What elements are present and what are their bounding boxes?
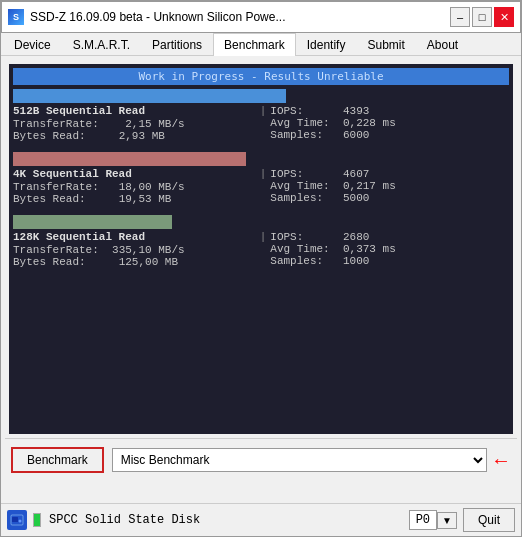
tab-submit[interactable]: Submit	[356, 33, 415, 56]
port-dropdown-arrow[interactable]: ▼	[437, 512, 457, 529]
window-title: SSD-Z 16.09.09 beta - Unknown Silicon Po…	[30, 10, 285, 24]
disk-icon	[7, 510, 27, 530]
minimize-button[interactable]: –	[450, 7, 470, 27]
bench-128k-bar	[13, 215, 172, 229]
bench-4k-label: 4K Sequential Read	[13, 168, 252, 180]
tab-device[interactable]: Device	[3, 33, 62, 56]
bench-512b-avgtime: Avg Time: 0,228 ms	[270, 117, 509, 129]
bench-512b-samples: Samples: 6000	[270, 129, 509, 141]
bench-128k-iops: IOPS: 2680	[270, 231, 509, 243]
bench-512b-bytes: Bytes Read: 2,93 MB	[13, 130, 252, 142]
bench-4k-section: 4K Sequential Read TransferRate: 18,00 M…	[13, 152, 509, 211]
menu-bar: Device S.M.A.R.T. Partitions Benchmark I…	[1, 33, 521, 56]
bench-512b-iops: IOPS: 4393	[270, 105, 509, 117]
svg-point-2	[19, 520, 22, 523]
bench-512b-label: 512B Sequential Read	[13, 105, 252, 117]
tab-benchmark[interactable]: Benchmark	[213, 33, 296, 56]
tab-identify[interactable]: Identify	[296, 33, 357, 56]
bench-128k-label: 128K Sequential Read	[13, 231, 252, 243]
bench-4k-iops: IOPS: 4607	[270, 168, 509, 180]
bench-512b-bar	[13, 89, 286, 103]
app-icon: S	[8, 9, 24, 25]
disk-activity-bar	[33, 513, 41, 527]
bench-128k-avgtime: Avg Time: 0,373 ms	[270, 243, 509, 255]
bench-4k-samples: Samples: 5000	[270, 192, 509, 204]
bench-128k-info: 128K Sequential Read TransferRate: 335,1…	[13, 231, 509, 268]
bench-128k-section: 128K Sequential Read TransferRate: 335,1…	[13, 215, 509, 274]
status-bar-bottom: SPCC Solid State Disk P0 ▼ Quit	[1, 503, 521, 536]
bench-4k-bar	[13, 152, 246, 166]
app-window: S SSD-Z 16.09.09 beta - Unknown Silicon …	[0, 0, 522, 537]
arrow-icon: ←	[491, 449, 511, 472]
close-button[interactable]: ✕	[494, 7, 514, 27]
title-bar-left: S SSD-Z 16.09.09 beta - Unknown Silicon …	[8, 9, 285, 25]
port-value: P0	[409, 510, 437, 530]
bench-128k-bytes: Bytes Read: 125,00 MB	[13, 256, 252, 268]
bench-512b-rate: TransferRate: 2,15 MB/s	[13, 118, 252, 130]
svg-rect-1	[12, 517, 18, 522]
bottom-controls: Benchmark Misc Benchmark Sequential Read…	[5, 438, 517, 481]
disk-label: SPCC Solid State Disk	[49, 513, 403, 527]
benchmark-button[interactable]: Benchmark	[11, 447, 104, 473]
port-selector: P0 ▼	[409, 510, 457, 530]
bench-512b-info: 512B Sequential Read TransferRate: 2,15 …	[13, 105, 509, 142]
quit-button[interactable]: Quit	[463, 508, 515, 532]
bench-4k-rate: TransferRate: 18,00 MB/s	[13, 181, 252, 193]
bench-4k-info: 4K Sequential Read TransferRate: 18,00 M…	[13, 168, 509, 205]
main-area: Work in Progress - Results Unreliable 51…	[1, 56, 521, 503]
title-controls: – □ ✕	[450, 7, 514, 27]
bench-4k-bytes: Bytes Read: 19,53 MB	[13, 193, 252, 205]
title-bar: S SSD-Z 16.09.09 beta - Unknown Silicon …	[1, 1, 521, 33]
benchmark-panel: Work in Progress - Results Unreliable 51…	[9, 64, 513, 434]
bench-128k-samples: Samples: 1000	[270, 255, 509, 267]
benchmark-select[interactable]: Misc Benchmark Sequential Read Random Re…	[112, 448, 487, 472]
tab-partitions[interactable]: Partitions	[141, 33, 213, 56]
status-message: Work in Progress - Results Unreliable	[13, 68, 509, 85]
bench-512b-section: 512B Sequential Read TransferRate: 2,15 …	[13, 89, 509, 148]
bench-4k-avgtime: Avg Time: 0,217 ms	[270, 180, 509, 192]
bench-128k-rate: TransferRate: 335,10 MB/s	[13, 244, 252, 256]
tab-about[interactable]: About	[416, 33, 469, 56]
maximize-button[interactable]: □	[472, 7, 492, 27]
tab-smart[interactable]: S.M.A.R.T.	[62, 33, 141, 56]
benchmark-dropdown-wrap: Misc Benchmark Sequential Read Random Re…	[112, 448, 511, 472]
